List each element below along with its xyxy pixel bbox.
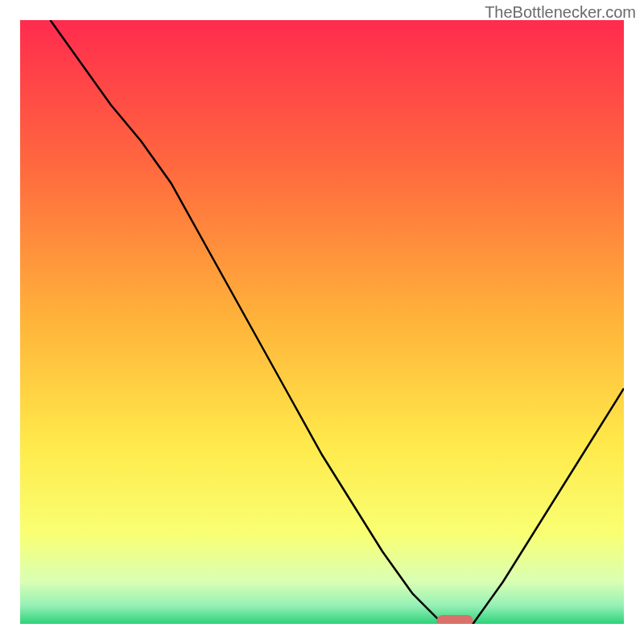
chart-plot — [20, 20, 624, 624]
chart-svg — [20, 20, 624, 624]
watermark-text: TheBottlenecker.com — [485, 3, 636, 22]
chart-marker — [437, 615, 473, 624]
